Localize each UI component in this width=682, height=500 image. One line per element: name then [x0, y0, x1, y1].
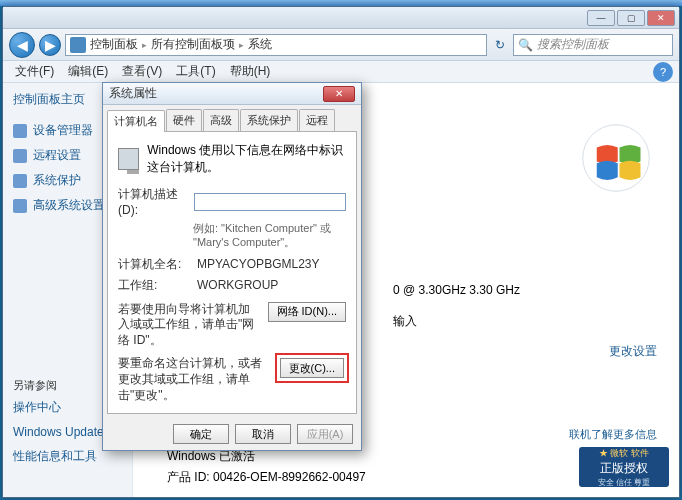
fullname-label: 计算机全名:	[118, 256, 193, 273]
learn-more-link[interactable]: 联机了解更多信息	[569, 427, 657, 442]
system-properties-dialog: 系统属性 ✕ 计算机名 硬件 高级 系统保护 远程 Windows 使用以下信息…	[102, 82, 362, 451]
search-input[interactable]: 🔍 搜索控制面板	[513, 34, 673, 56]
menu-view[interactable]: 查看(V)	[116, 61, 168, 82]
dialog-footer: 确定 取消 应用(A)	[103, 418, 361, 450]
nav-forward-button[interactable]: ▶	[39, 34, 61, 56]
dlg-workgroup-value: WORKGROUP	[197, 278, 278, 292]
tab-advanced[interactable]: 高级	[203, 109, 239, 131]
refresh-icon[interactable]: ↻	[491, 38, 509, 52]
dialog-body: Windows 使用以下信息在网络中标识这台计算机。 计算机描述(D): 例如:…	[107, 131, 357, 414]
netid-note: 若要使用向导将计算机加入域或工作组，请单击"网络 ID"。	[118, 302, 262, 349]
chevron-right-icon: ▸	[239, 40, 244, 50]
computer-description-input[interactable]	[194, 193, 346, 211]
dialog-intro: Windows 使用以下信息在网络中标识这台计算机。	[147, 142, 346, 176]
desc-field-label: 计算机描述(D):	[118, 186, 190, 217]
breadcrumb[interactable]: 所有控制面板项	[151, 36, 235, 53]
badge-sub: 安全 信任 尊重	[598, 477, 650, 488]
network-id-button[interactable]: 网络 ID(N)...	[268, 302, 347, 322]
fullname-value: MPYACYOPBGML23Y	[197, 257, 319, 271]
change-note: 要重命名这台计算机，或者更改其域或工作组，请单击"更改"。	[118, 356, 272, 403]
menu-help[interactable]: 帮助(H)	[224, 61, 277, 82]
shield-icon	[13, 124, 27, 138]
computer-icon	[118, 148, 139, 170]
address-bar[interactable]: 控制面板 ▸ 所有控制面板项 ▸ 系统	[65, 34, 487, 56]
window-titlebar: — ▢ ✕	[3, 7, 679, 29]
minimize-button[interactable]: —	[587, 10, 615, 26]
genuine-badge[interactable]: ★ 微软 软件 正版授权 安全 信任 尊重	[579, 447, 669, 487]
search-placeholder: 搜索控制面板	[537, 36, 609, 53]
tab-remote[interactable]: 远程	[299, 109, 335, 131]
shield-icon	[13, 149, 27, 163]
input-hint: 输入	[393, 313, 417, 330]
nav-back-button[interactable]: ◀	[9, 32, 35, 58]
change-button[interactable]: 更改(C)...	[280, 358, 344, 378]
dialog-close-button[interactable]: ✕	[323, 86, 355, 102]
breadcrumb[interactable]: 系统	[248, 36, 272, 53]
close-button[interactable]: ✕	[647, 10, 675, 26]
tab-protection[interactable]: 系统保护	[240, 109, 298, 131]
dialog-title: 系统属性	[109, 85, 157, 102]
dialog-titlebar[interactable]: 系统属性 ✕	[103, 83, 361, 105]
shield-icon	[13, 174, 27, 188]
product-id: 产品 ID: 00426-OEM-8992662-00497	[167, 469, 366, 486]
menu-bar: 文件(F) 编辑(E) 查看(V) 工具(T) 帮助(H) ?	[3, 61, 679, 83]
highlight-annotation: 更改(C)...	[275, 353, 349, 383]
tab-hardware[interactable]: 硬件	[166, 109, 202, 131]
change-settings-link[interactable]: 更改设置	[609, 343, 657, 360]
help-icon[interactable]: ?	[653, 62, 673, 82]
cpu-info: 0 @ 3.30GHz 3.30 GHz	[393, 283, 520, 297]
breadcrumb[interactable]: 控制面板	[90, 36, 138, 53]
search-icon: 🔍	[518, 38, 533, 52]
cancel-button[interactable]: 取消	[235, 424, 291, 444]
dlg-workgroup-label: 工作组:	[118, 277, 193, 294]
apply-button[interactable]: 应用(A)	[297, 424, 353, 444]
windows-logo-icon	[581, 123, 661, 203]
tab-computer-name[interactable]: 计算机名	[107, 110, 165, 132]
chevron-right-icon: ▸	[142, 40, 147, 50]
system-icon	[70, 37, 86, 53]
maximize-button[interactable]: ▢	[617, 10, 645, 26]
navigation-bar: ◀ ▶ 控制面板 ▸ 所有控制面板项 ▸ 系统 ↻ 🔍 搜索控制面板	[3, 29, 679, 61]
menu-edit[interactable]: 编辑(E)	[62, 61, 114, 82]
badge-text: 正版授权	[600, 460, 648, 477]
badge-stars: ★ 微软 软件	[599, 447, 649, 460]
shield-icon	[13, 199, 27, 213]
dialog-tabstrip: 计算机名 硬件 高级 系统保护 远程	[103, 105, 361, 131]
ok-button[interactable]: 确定	[173, 424, 229, 444]
desc-hint: 例如: "Kitchen Computer" 或 "Mary's Compute…	[193, 221, 346, 250]
menu-file[interactable]: 文件(F)	[9, 61, 60, 82]
menu-tools[interactable]: 工具(T)	[170, 61, 221, 82]
